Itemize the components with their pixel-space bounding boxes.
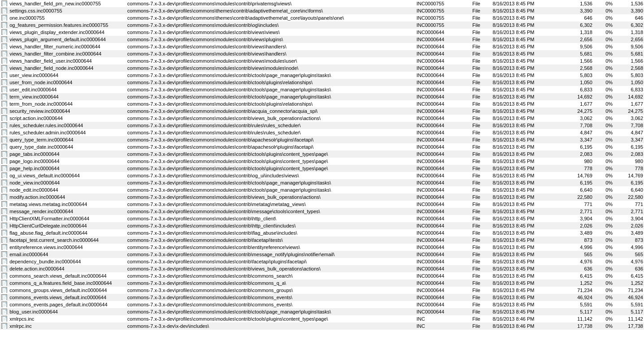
file-ratio: 0%	[593, 21, 614, 29]
file-packed: 2,656	[614, 36, 644, 43]
table-row[interactable]: 📄og_ui.views_default.inc0000644commons-7…	[0, 172, 644, 179]
table-row[interactable]: 📄views_handler_field_user.inc0000644comm…	[0, 57, 644, 64]
file-type-icon: 📄	[0, 244, 9, 251]
file-path: commons-7.x-3.x-dev\profiles\commons\mod…	[126, 287, 416, 294]
file-path: commons-7.x-3.x-dev\profiles\commons\mod…	[126, 258, 416, 265]
file-packed: 11,142	[614, 315, 644, 322]
file-path: commons-7.x-3.x-dev\profiles\commons\the…	[126, 14, 416, 21]
table-row[interactable]: 📄rules_scheduler.admin.inc0000644commons…	[0, 129, 644, 136]
file-modified: 8/16/2013 8:45 PM	[492, 265, 563, 272]
file-path: commons-7.x-3.x-dev\profiles\commons\mod…	[126, 0, 416, 7]
file-type: File	[471, 129, 492, 136]
table-row[interactable]: 📄views_handler_field_node.inc0000644comm…	[0, 64, 644, 72]
table-row[interactable]: 📄dependency_bundle.inc0000644commons-7.x…	[0, 258, 644, 265]
table-row[interactable]: 📄user_edit.inc0000644commons-7.x-3.x-dev…	[0, 86, 644, 93]
table-row[interactable]: 📄views_handler_filter_numeric.inc0000644…	[0, 43, 644, 50]
table-row[interactable]: 📄node_edit.inc0000644commons-7.x-3.x-dev…	[0, 186, 644, 193]
table-row[interactable]: 📄term_view.inc0000644commons-7.x-3.x-dev…	[0, 93, 644, 100]
table-row[interactable]: 📄views_plugin_argument_default.inc000064…	[0, 36, 644, 43]
table-row[interactable]: 📄flag_abuse.flag_default.inc0000644commo…	[0, 229, 644, 236]
file-ratio: 0%	[593, 229, 614, 236]
file-path: commons-7.x-3.x-dev\profiles\commons\mod…	[126, 21, 416, 29]
file-name: security_review.inc0000644	[9, 107, 126, 115]
table-row[interactable]: 📄HttpClientXMLFormatter.inc0000644common…	[0, 215, 644, 222]
table-row[interactable]: 📄facetapi_test.current_search.inc0000644…	[0, 236, 644, 244]
file-size: 71,234	[563, 287, 593, 294]
file-size: 2,771	[563, 208, 593, 215]
file-name: dependency_bundle.inc0000644	[9, 258, 126, 265]
file-ratio: 0%	[593, 251, 614, 258]
table-row[interactable]: 📄entityreference.views.inc0000644commons…	[0, 244, 644, 251]
table-row[interactable]: 📄xmlrpcs.inccommons-7.x-3.x-dev\profiles…	[0, 315, 644, 322]
file-modified: 8/16/2013 8:45 PM	[492, 158, 563, 165]
file-ratio: 0%	[593, 107, 614, 115]
table-row[interactable]: 📄node_view.inc0000644commons-7.x-3.x-dev…	[0, 179, 644, 186]
file-size: 46,924	[563, 294, 593, 301]
table-row[interactable]: 📄commons_search.views_default.inc0000644…	[0, 272, 644, 279]
file-type-icon: 📄	[0, 14, 9, 21]
table-row[interactable]: 📄page_tabs.inc0000644commons-7.x-3.x-dev…	[0, 150, 644, 158]
file-packed: 4,976	[614, 258, 644, 265]
file-name: node_view.inc0000644	[9, 179, 126, 186]
table-row[interactable]: 📄commons_events.views_default.inc0000644…	[0, 294, 644, 301]
file-ratio: 0%	[593, 93, 614, 100]
file-packed: 4,996	[614, 244, 644, 251]
file-ratio: 0%	[593, 72, 614, 79]
table-row[interactable]: 📄views_plugin_display_extender.inc000064…	[0, 29, 644, 36]
file-size: 9,506	[563, 43, 593, 50]
file-archive: INC0000644	[416, 229, 471, 236]
file-ratio: 0%	[593, 143, 614, 150]
table-row[interactable]: 📄term_from_node.inc0000644commons-7.x-3.…	[0, 100, 644, 107]
table-row[interactable]: 📄commons_groups.views_default.inc0000644…	[0, 287, 644, 294]
table-row[interactable]: 📄xmlrpc.inccommons-7.x-3.x-dev\x-dev\inc…	[0, 322, 644, 330]
file-archive: INC0000644	[416, 301, 471, 308]
file-name: views_handler_field_user.inc0000644	[9, 57, 126, 64]
file-size: 646	[563, 14, 593, 21]
table-row[interactable]: 📄page_help.inc0000644commons-7.x-3.x-dev…	[0, 165, 644, 172]
table-row[interactable]: 📄rules_scheduler.rules.inc0000644commons…	[0, 122, 644, 129]
file-type-icon: 📄	[0, 72, 9, 79]
table-row[interactable]: 📄query_type_date.inc0000644commons-7.x-3…	[0, 143, 644, 150]
file-modified: 8/16/2013 8:45 PM	[492, 79, 563, 86]
file-ratio: 0%	[593, 322, 614, 330]
table-row[interactable]: 📄user_from_node.inc0000644commons-7.x-3.…	[0, 79, 644, 86]
table-row[interactable]: 📄views_handler_filter_combine.inc0000644…	[0, 50, 644, 57]
file-type: File	[471, 107, 492, 115]
file-type-icon: 📄	[0, 308, 9, 315]
table-row[interactable]: 📄one.inc0000755commons-7.x-3.x-dev\profi…	[0, 14, 644, 21]
table-row[interactable]: 📄blog_user.inc0000644commons-7.x-3.x-dev…	[0, 308, 644, 315]
table-row[interactable]: 📄message_render.inc0000644commons-7.x-3.…	[0, 208, 644, 215]
file-packed: 2,026	[614, 222, 644, 229]
file-type-icon: 📄	[0, 107, 9, 115]
file-type-icon: 📄	[0, 186, 9, 193]
table-row[interactable]: 📄metatag.views.metatag.inc0000644commons…	[0, 201, 644, 208]
table-row[interactable]: 📄og_features_permission.features.inc0000…	[0, 21, 644, 29]
table-row[interactable]: 📄email.inc0000644commons-7.x-3.x-dev\pro…	[0, 251, 644, 258]
file-name: script.action.inc0000644	[9, 115, 126, 122]
file-type-icon: 📄	[0, 272, 9, 279]
file-modified: 8/16/2013 8:45 PM	[492, 129, 563, 136]
table-row[interactable]: 📄security_review.inc0000644commons-7.x-3…	[0, 107, 644, 115]
table-row[interactable]: 📄script.action.inc0000644commons-7.x-3.x…	[0, 115, 644, 122]
file-type: File	[471, 0, 492, 7]
table-row[interactable]: 📄settings.css.inc0000755commons-7.x-3.x-…	[0, 7, 644, 14]
table-row[interactable]: 📄commons_q_a.features.field_base.inc0000…	[0, 279, 644, 287]
table-row[interactable]: 📄commons_events.pages_default.inc0000644…	[0, 301, 644, 308]
file-type-icon: 📄	[0, 64, 9, 72]
file-packed: 5,803	[614, 72, 644, 79]
table-row[interactable]: 📄page_logo.inc0000644commons-7.x-3.x-dev…	[0, 158, 644, 165]
table-row[interactable]: 📄query_type_term.inc0000644commons-7.x-3…	[0, 136, 644, 143]
table-row[interactable]: 📄user_view.inc0000644commons-7.x-3.x-dev…	[0, 72, 644, 79]
file-packed: 7,708	[614, 122, 644, 129]
file-ratio: 0%	[593, 201, 614, 208]
file-path: commons-7.x-3.x-dev\profiles\commons\mod…	[126, 158, 416, 165]
file-ratio: 0%	[593, 158, 614, 165]
file-modified: 8/16/2013 8:45 PM	[492, 122, 563, 129]
file-archive: INC0000644	[416, 287, 471, 294]
file-name: commons_q_a.features.field_base.inc00006…	[9, 279, 126, 287]
table-row[interactable]: 📄modify.action.inc0000644commons-7.x-3.x…	[0, 193, 644, 201]
table-row[interactable]: 📄views_handler_field_pm_new.inc0000755co…	[0, 0, 644, 7]
table-row[interactable]: 📄delete.action.inc0000644commons-7.x-3.x…	[0, 265, 644, 272]
file-type-icon: 📄	[0, 201, 9, 208]
table-row[interactable]: 📄HttpClientCurlDelegate.inc0000644common…	[0, 222, 644, 229]
